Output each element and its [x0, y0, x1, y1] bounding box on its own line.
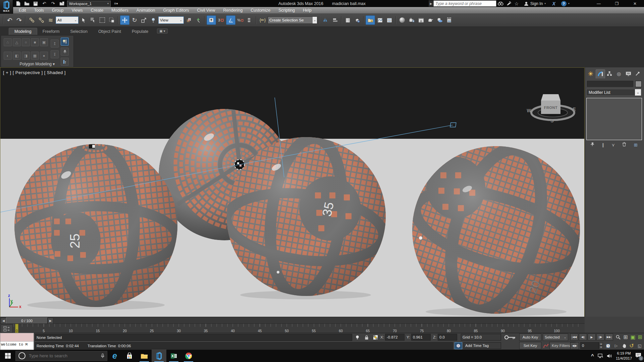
tab-utilities[interactable]: [633, 69, 642, 78]
maximize-viewport-toggle[interactable]: ◱: [636, 342, 643, 349]
menu-customize[interactable]: Customize: [247, 8, 274, 13]
isolate-selection-toggle[interactable]: [454, 342, 462, 349]
window-crossing-toggle-icon[interactable]: [107, 16, 116, 24]
zoom-extents-all-icon[interactable]: ⊞: [636, 334, 644, 341]
menu-help[interactable]: Help: [299, 8, 316, 13]
show-end-result-icon[interactable]: ∥: [602, 142, 604, 147]
search-binoculars-icon[interactable]: [496, 0, 504, 7]
selected-dropdown[interactable]: Selected⌄: [543, 334, 568, 341]
redo-icon[interactable]: ↷: [50, 1, 56, 6]
menu-edit[interactable]: Edit: [15, 8, 30, 13]
bind-to-spacewarp-icon[interactable]: ≋: [46, 16, 55, 24]
tab-hierarchy[interactable]: [605, 69, 614, 78]
mini-curve-editor-button[interactable]: [1, 324, 13, 333]
dummy-helper[interactable]: [450, 123, 456, 127]
new-file-icon[interactable]: [15, 1, 21, 6]
taskbar-search[interactable]: [15, 351, 107, 361]
select-and-scale-button[interactable]: [140, 16, 148, 24]
object-color-swatch[interactable]: [635, 81, 642, 87]
layer-manager-icon[interactable]: [343, 16, 352, 24]
taskbar-edge-icon[interactable]: e: [107, 350, 122, 362]
render-in-cloud-icon[interactable]: [435, 16, 444, 24]
workspace-dropdown[interactable]: Workspace_1 ▾: [67, 1, 111, 7]
listener-macro-pane[interactable]: [0, 333, 34, 342]
go-to-end-button[interactable]: ▶▶|: [605, 334, 613, 341]
orbit-icon[interactable]: ↺: [628, 342, 635, 349]
play-selected-icon[interactable]: ▷: [612, 342, 620, 349]
percent-snap-toggle[interactable]: %Ω: [236, 16, 245, 24]
menu-civil-view[interactable]: Civil View: [193, 8, 219, 13]
previous-frame-button[interactable]: ◀||: [579, 334, 587, 341]
polygon-mode-icon[interactable]: ■: [31, 38, 39, 46]
compass-south[interactable]: S: [550, 118, 553, 123]
save-icon[interactable]: [32, 1, 39, 6]
edit-named-selection-sets-icon[interactable]: {✏}: [258, 16, 267, 24]
scene-explorer-icon[interactable]: [353, 16, 362, 24]
rendered-frame-window-icon[interactable]: [417, 16, 425, 24]
redo-button[interactable]: ↷: [15, 16, 23, 24]
next-frame-arrow[interactable]: ▶: [48, 318, 53, 324]
add-time-tag[interactable]: Add Time Tag: [464, 342, 501, 349]
tab-modify[interactable]: [596, 69, 605, 78]
action-center-icon[interactable]: 1: [635, 353, 641, 359]
ribbon-tab-freeform[interactable]: Freeform: [37, 28, 65, 35]
edit-poly-mode-icon[interactable]: ▦: [31, 52, 39, 60]
pin-stack-icon[interactable]: [61, 48, 69, 56]
modifier-stack-down-icon[interactable]: ↧: [51, 50, 59, 58]
volume-icon[interactable]: [607, 354, 612, 358]
material-editor-icon[interactable]: [398, 16, 407, 24]
menu-animation[interactable]: Animation: [132, 8, 159, 13]
modifier-list-dropdown[interactable]: Modifier List ⌄: [586, 89, 641, 96]
tab-motion[interactable]: ◎: [614, 69, 623, 78]
border-mode-icon[interactable]: ○: [22, 38, 30, 46]
tab-create[interactable]: [586, 69, 595, 78]
tab-display[interactable]: [624, 69, 633, 78]
project-folder-icon[interactable]: [58, 1, 65, 6]
frame-spinner[interactable]: ▲▼: [599, 342, 603, 349]
menu-scripting[interactable]: Scripting: [274, 8, 299, 13]
time-configuration-icon[interactable]: [604, 342, 612, 349]
select-and-move-button[interactable]: [120, 15, 129, 25]
reference-coordinate-dropdown[interactable]: View ⌄: [158, 16, 184, 24]
pan-hand-icon[interactable]: [621, 342, 628, 349]
object-name-field[interactable]: [587, 81, 633, 87]
show-end-result-toggle[interactable]: [61, 38, 69, 46]
vertex-mode-icon[interactable]: ∴: [4, 38, 12, 46]
exchange-apps-icon[interactable]: X: [552, 1, 555, 6]
ribbon-tab-selection[interactable]: Selection: [65, 28, 93, 35]
menu-graph-editors[interactable]: Graph Editors: [159, 8, 193, 13]
taskbar-explorer-icon[interactable]: [137, 350, 152, 362]
selection-filter-dropdown[interactable]: All ⌄: [56, 16, 78, 24]
timeline-ruler[interactable]: 0510152025303540455055606570758085909510…: [13, 324, 583, 333]
select-and-link-icon[interactable]: [28, 16, 36, 24]
selection-lock-icon[interactable]: [363, 334, 370, 341]
previous-frame-arrow[interactable]: ◀: [1, 318, 6, 324]
absolute-offset-toggle-icon[interactable]: [372, 334, 379, 341]
render-production-icon[interactable]: [426, 16, 435, 24]
spinner-snap-toggle[interactable]: [246, 16, 254, 24]
taskbar-clock[interactable]: 6:19 PM 11/4/2017: [616, 351, 632, 361]
menu-group[interactable]: Group: [48, 8, 68, 13]
element-mode-icon[interactable]: ▣: [40, 38, 48, 46]
close-button[interactable]: ✕: [626, 0, 644, 7]
favorites-star-icon[interactable]: ☆: [513, 0, 521, 7]
render-setup-icon[interactable]: [407, 16, 416, 24]
preview-subobject-icon[interactable]: ◐: [4, 52, 12, 60]
unlink-selection-icon[interactable]: [37, 16, 46, 24]
microphone-icon[interactable]: [101, 353, 104, 358]
perspective-viewport[interactable]: 25 35: [0, 67, 585, 317]
edge-mode-icon[interactable]: △: [13, 38, 21, 46]
select-by-name-icon[interactable]: [89, 16, 97, 24]
select-and-place-icon[interactable]: [149, 16, 158, 24]
named-selection-sets-dropdown[interactable]: Create Selection Se ⌄: [268, 16, 317, 24]
y-coordinate-field[interactable]: 0.961: [411, 334, 431, 341]
remove-modifier-icon[interactable]: [622, 142, 626, 147]
menu-views[interactable]: Views: [67, 8, 87, 13]
preview-off-icon[interactable]: ◨: [22, 52, 30, 60]
set-key-button[interactable]: Set Key: [519, 342, 541, 349]
auto-key-button[interactable]: Auto Key: [519, 334, 541, 341]
minimize-button[interactable]: —: [590, 0, 608, 7]
menu-rendering[interactable]: Rendering: [219, 8, 247, 13]
next-frame-button[interactable]: ||▶: [596, 334, 604, 341]
communication-center-icon[interactable]: [504, 0, 513, 7]
